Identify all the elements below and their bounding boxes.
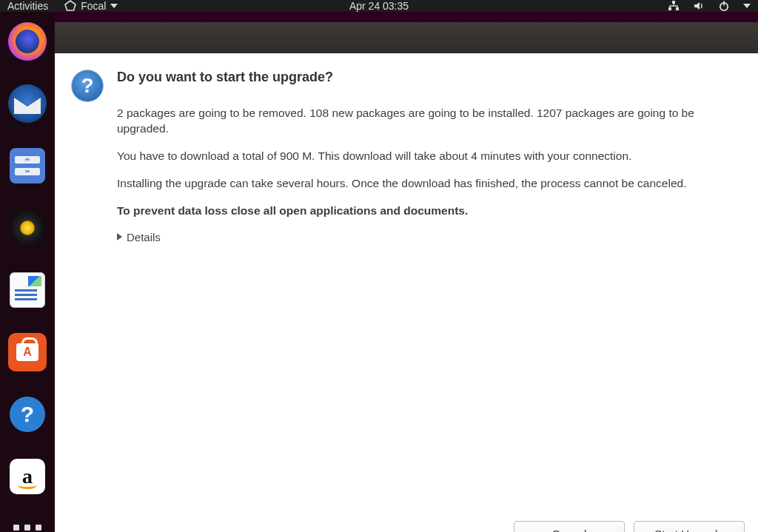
dock-item-firefox[interactable] (8, 22, 47, 61)
firefox-icon (8, 22, 47, 61)
dock-item-files[interactable] (8, 147, 47, 185)
chevron-down-icon (110, 4, 118, 8)
dock-item-rhythmbox[interactable] (8, 209, 47, 247)
help-icon: ? (10, 397, 45, 432)
ubuntu-dock: ? a (0, 12, 55, 532)
ubuntu-software-icon (8, 333, 47, 371)
focal-app-icon (64, 0, 76, 12)
start-upgrade-button[interactable]: Start Upgrade (634, 521, 745, 532)
dialog-title: Do you want to start the upgrade? (117, 70, 737, 85)
amazon-icon: a (10, 459, 45, 494)
upgrade-dialog: ? Do you want to start the upgrade? 2 pa… (55, 53, 758, 532)
dock-item-help[interactable]: ? (8, 395, 47, 434)
dock-item-ubuntu-software[interactable] (8, 333, 47, 371)
svg-rect-2 (668, 7, 671, 10)
dialog-warning-text: To prevent data loss close all open appl… (117, 203, 737, 219)
libreoffice-writer-icon (10, 272, 45, 308)
svg-rect-1 (672, 1, 675, 4)
system-status-area[interactable] (668, 0, 751, 12)
network-icon (668, 0, 680, 12)
svg-rect-5 (723, 1, 725, 6)
rhythmbox-icon (10, 210, 45, 246)
clock[interactable]: Apr 24 03:35 (349, 0, 409, 12)
dialog-packages-text: 2 packages are going to be removed. 108 … (117, 106, 737, 137)
details-expander[interactable]: Details (117, 231, 737, 243)
svg-marker-0 (65, 1, 76, 10)
app-menu[interactable]: Focal (64, 0, 118, 12)
thunderbird-icon (8, 84, 47, 123)
window-titlebar[interactable] (55, 22, 758, 53)
triangle-right-icon (117, 233, 122, 240)
app-menu-label: Focal (81, 0, 106, 12)
dock-item-libreoffice-writer[interactable] (8, 271, 47, 309)
dock-item-thunderbird[interactable] (8, 84, 47, 123)
question-icon: ? (71, 70, 104, 102)
gnome-top-bar: Activities Focal Apr 24 03:35 (0, 0, 758, 12)
dialog-download-text: You have to download a total of 900 M. T… (117, 149, 737, 164)
volume-icon (693, 0, 705, 12)
dock-item-amazon[interactable]: a (8, 457, 47, 496)
power-icon (718, 0, 730, 12)
cancel-button[interactable]: Cancel (514, 521, 625, 532)
details-label: Details (127, 231, 161, 243)
chevron-down-icon (743, 4, 751, 8)
dialog-install-text: Installing the upgrade can take several … (117, 176, 737, 192)
svg-rect-3 (676, 7, 679, 10)
activities-button[interactable]: Activities (7, 0, 48, 12)
apps-grid-icon (13, 524, 42, 532)
dock-item-show-applications[interactable] (8, 519, 47, 532)
files-icon (10, 148, 45, 183)
